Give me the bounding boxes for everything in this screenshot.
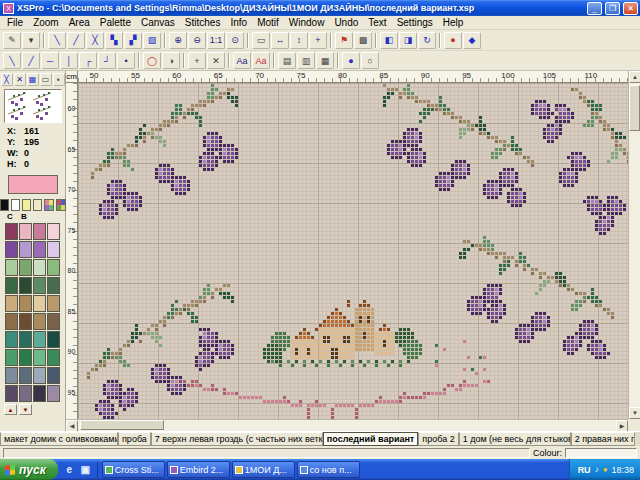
- palette-color-swatch[interactable]: [19, 277, 32, 294]
- pattern-tab-7[interactable]: 2 правая них гр.: [571, 432, 635, 446]
- palette-color-swatch[interactable]: [47, 349, 60, 366]
- menu-item-area[interactable]: Area: [64, 17, 95, 28]
- mirror-horizontal-tool[interactable]: ◧: [380, 32, 398, 49]
- move-vertical-tool[interactable]: ↕: [290, 32, 308, 49]
- half-stitch-back-tool[interactable]: ╲: [48, 32, 66, 49]
- palette-color-swatch[interactable]: [5, 367, 18, 384]
- grid-toggle-tool[interactable]: ▩: [354, 32, 372, 49]
- palette-color-swatch[interactable]: [33, 349, 46, 366]
- zoom-out-tool[interactable]: ⊖: [188, 32, 206, 49]
- palette-color-swatch[interactable]: [19, 223, 32, 240]
- diamond-tool[interactable]: ◆: [463, 32, 481, 49]
- panel-dot-tool[interactable]: ▪: [53, 73, 65, 86]
- quick-color-swatch[interactable]: [33, 199, 42, 211]
- palette-color-swatch[interactable]: [5, 241, 18, 258]
- palette-color-swatch[interactable]: [33, 295, 46, 312]
- full-stitch-tool[interactable]: ╳: [86, 32, 104, 49]
- backstitch-diag-tool[interactable]: ╲: [3, 52, 21, 69]
- palette-color-swatch[interactable]: [19, 295, 32, 312]
- menu-item-motif[interactable]: Motif: [252, 17, 284, 28]
- palette-color-swatch[interactable]: [5, 259, 18, 276]
- minimize-button[interactable]: _: [587, 2, 602, 15]
- panel-cross-alt-tool[interactable]: ✕: [14, 73, 26, 86]
- color-dot-tool[interactable]: ●: [444, 32, 462, 49]
- menu-item-text[interactable]: Text: [363, 17, 391, 28]
- palette-color-swatch[interactable]: [5, 331, 18, 348]
- palette-color-swatch[interactable]: [5, 349, 18, 366]
- palette-color-swatch[interactable]: [33, 241, 46, 258]
- menu-item-palette[interactable]: Palette: [95, 17, 136, 28]
- tray-status-icon[interactable]: ●: [603, 465, 608, 474]
- palette-color-swatch[interactable]: [47, 385, 60, 402]
- petite-stitch-tool[interactable]: ▨: [143, 32, 161, 49]
- pattern-tab-1[interactable]: макет домик с оливковками: [0, 432, 118, 446]
- menu-item-zoom[interactable]: Zoom: [28, 17, 64, 28]
- grid-cols-tool[interactable]: ▥: [297, 52, 315, 69]
- palette-color-swatch[interactable]: [19, 241, 32, 258]
- palette-color-swatch[interactable]: [19, 313, 32, 330]
- quick-color-swatch[interactable]: [11, 199, 20, 211]
- bead-tool[interactable]: ●: [342, 52, 360, 69]
- pan-tool[interactable]: +: [309, 32, 327, 49]
- taskbar-task-4[interactable]: со нов п...: [297, 461, 360, 478]
- text-latin-tool[interactable]: Aa: [233, 52, 251, 69]
- palette-color-swatch[interactable]: [47, 241, 60, 258]
- mini-palette[interactable]: [56, 199, 66, 211]
- palette-color-swatch[interactable]: [5, 385, 18, 402]
- palette-color-swatch[interactable]: [33, 367, 46, 384]
- grid-full-tool[interactable]: ▦: [316, 52, 334, 69]
- palette-color-swatch[interactable]: [19, 259, 32, 276]
- mirror-vertical-tool[interactable]: ◨: [399, 32, 417, 49]
- vertical-scrollbar[interactable]: ▲ ▼: [628, 71, 640, 419]
- pencil-tool[interactable]: ✎: [3, 32, 21, 49]
- select-rect-tool[interactable]: ▭: [252, 32, 270, 49]
- pencil-dropdown[interactable]: ▾: [22, 32, 40, 49]
- pattern-tab-3[interactable]: 7 верхн левая гроздь (с частью них ветки…: [151, 432, 323, 446]
- start-button[interactable]: пуск: [0, 459, 58, 480]
- backstitch-vert-tool[interactable]: │: [60, 52, 78, 69]
- scroll-down-button[interactable]: ▼: [629, 407, 640, 419]
- palette-color-swatch[interactable]: [33, 277, 46, 294]
- panel-frame-tool[interactable]: ▭: [40, 73, 52, 86]
- palette-color-swatch[interactable]: [5, 223, 18, 240]
- taskbar-task-3[interactable]: 1МОИ Д...: [232, 461, 295, 478]
- horizontal-scroll-thumb[interactable]: [80, 420, 164, 430]
- palette-color-swatch[interactable]: [47, 223, 60, 240]
- palette-scroll-down[interactable]: ▼: [19, 404, 32, 415]
- horizontal-scrollbar[interactable]: ◀ ▶: [66, 419, 628, 431]
- rotate-tool[interactable]: ↻: [418, 32, 436, 49]
- backstitch-corner2-tool[interactable]: ┘: [98, 52, 116, 69]
- palette-color-swatch[interactable]: [5, 277, 18, 294]
- palette-color-swatch[interactable]: [33, 223, 46, 240]
- zoom-area-tool[interactable]: ⊙: [226, 32, 244, 49]
- menu-item-info[interactable]: Info: [225, 17, 252, 28]
- french-knot-tool[interactable]: •: [117, 52, 135, 69]
- outline-bead-tool[interactable]: ○: [361, 52, 379, 69]
- add-tool[interactable]: +: [188, 52, 206, 69]
- quicklaunch-browser[interactable]: e: [62, 462, 77, 478]
- motif-preview[interactable]: [4, 89, 62, 123]
- palette-color-swatch[interactable]: [47, 313, 60, 330]
- backstitch-corner-tool[interactable]: ┌: [79, 52, 97, 69]
- palette-color-swatch[interactable]: [33, 331, 46, 348]
- text-cyrillic-tool[interactable]: Аа: [252, 52, 270, 69]
- delete-tool[interactable]: ✕: [207, 52, 225, 69]
- palette-color-swatch[interactable]: [5, 295, 18, 312]
- quarter-stitch-tool[interactable]: ▚: [105, 32, 123, 49]
- taskbar-task-1[interactable]: Cross Sti...: [102, 461, 165, 478]
- color-picker-tool[interactable]: ◯: [143, 52, 161, 69]
- taskbar-task-2[interactable]: Embird 2...: [167, 461, 230, 478]
- pattern-tab-5[interactable]: проба 2: [418, 432, 458, 446]
- panel-cross-stitch-tool[interactable]: ╳: [1, 73, 13, 86]
- volume-icon[interactable]: ♪: [595, 465, 599, 474]
- pattern-tab-2[interactable]: проба: [118, 432, 151, 446]
- move-horizontal-tool[interactable]: ↔: [271, 32, 289, 49]
- language-indicator[interactable]: RU: [578, 465, 591, 475]
- maximize-button[interactable]: ❐: [605, 2, 620, 15]
- menu-item-undo[interactable]: Undo: [329, 17, 363, 28]
- zoom-in-tool[interactable]: ⊕: [169, 32, 187, 49]
- menu-item-file[interactable]: File: [2, 17, 28, 28]
- scroll-up-button[interactable]: ▲: [629, 71, 640, 83]
- palette-color-swatch[interactable]: [33, 313, 46, 330]
- panel-block-stitch-tool[interactable]: ▦: [27, 73, 39, 86]
